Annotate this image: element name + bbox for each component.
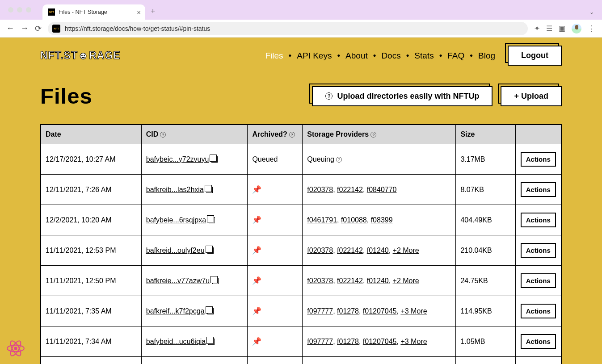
more-link[interactable]: +3 More bbox=[400, 338, 427, 345]
close-icon[interactable]: × bbox=[137, 8, 141, 16]
actions-button[interactable]: Actions bbox=[521, 273, 556, 288]
site-icon: NFT bbox=[52, 25, 60, 33]
extensions-icon[interactable]: ✦ bbox=[534, 24, 540, 33]
new-tab-button[interactable]: + bbox=[151, 7, 156, 16]
logo[interactable]: NFT.ST☻RAGE bbox=[40, 50, 121, 62]
cell-providers: f0461791, f010088, f08399 bbox=[303, 205, 456, 235]
copy-icon[interactable] bbox=[206, 187, 213, 193]
pin-icon: 📌 bbox=[252, 307, 261, 315]
copy-icon[interactable] bbox=[212, 278, 219, 284]
nav-api-keys[interactable]: API Keys bbox=[297, 51, 332, 61]
cell-providers: f020378, f022142, f0840770 bbox=[303, 175, 456, 205]
title-bar: Files ? Upload directories easily with N… bbox=[40, 84, 562, 109]
col-cid-label: CID bbox=[146, 130, 159, 138]
nftup-button[interactable]: ? Upload directories easily with NFTUp bbox=[312, 86, 493, 106]
pin-icon: 📌 bbox=[252, 216, 261, 224]
help-icon[interactable]: ? bbox=[160, 132, 166, 138]
actions-button[interactable]: Actions bbox=[521, 243, 556, 258]
actions-button[interactable]: Actions bbox=[521, 213, 556, 227]
provider-link[interactable]: f022142 bbox=[337, 186, 363, 193]
nav-blog[interactable]: Blog bbox=[478, 51, 495, 61]
actions-button[interactable]: Actions bbox=[521, 182, 556, 197]
copy-icon[interactable] bbox=[211, 156, 218, 163]
forward-button[interactable]: → bbox=[21, 24, 29, 33]
panel-icon[interactable]: ▣ bbox=[559, 24, 565, 33]
profile-avatar[interactable] bbox=[572, 24, 581, 33]
copy-icon[interactable] bbox=[208, 339, 215, 345]
cell-size: 404.49KB bbox=[456, 205, 515, 235]
provider-link[interactable]: f0840770 bbox=[367, 186, 397, 193]
help-icon[interactable]: ? bbox=[289, 132, 295, 138]
more-link[interactable]: +2 More bbox=[393, 277, 419, 285]
help-icon: ? bbox=[325, 92, 333, 100]
svg-point-3 bbox=[14, 347, 17, 350]
provider-link[interactable]: f020378 bbox=[307, 247, 333, 254]
traffic-light-close[interactable] bbox=[8, 7, 13, 13]
provider-link[interactable]: f01278 bbox=[337, 338, 359, 345]
viewport: NFT.ST☻RAGE Files•API Keys•About•Docs•St… bbox=[0, 38, 602, 364]
table-row: 12/11/2021, 7:26 AMbafkreib...las2hxia📌f… bbox=[41, 175, 561, 205]
provider-link[interactable]: f020378 bbox=[307, 277, 333, 285]
address-bar[interactable]: NFT https://nft.storage/docs/how-to/get-… bbox=[48, 22, 528, 35]
table-row: 11/11/2021, 7:35 AMbafkreif...k7f2pcga📌f… bbox=[41, 296, 561, 326]
cell-date: 11/11/2021, 7:35 AM bbox=[41, 296, 141, 326]
menu-icon[interactable]: ⋮ bbox=[588, 24, 596, 33]
page-title: Files bbox=[40, 84, 93, 109]
nav-files[interactable]: Files bbox=[265, 51, 283, 61]
nav-about[interactable]: About bbox=[345, 51, 368, 61]
page: NFT.ST☻RAGE Files•API Keys•About•Docs•St… bbox=[0, 38, 602, 364]
devtools-badge[interactable] bbox=[6, 339, 25, 358]
provider-link[interactable]: f0461791 bbox=[307, 216, 337, 224]
cid-link[interactable]: bafkreib...las2hxia bbox=[146, 186, 204, 193]
table-row: 11/11/2021, 12:53 PMbafkreid...oulyf2eu📌… bbox=[41, 235, 561, 266]
nav-faq[interactable]: FAQ bbox=[447, 51, 464, 61]
provider-link[interactable]: f01240 bbox=[367, 247, 389, 254]
nav-docs[interactable]: Docs bbox=[381, 51, 400, 61]
copy-icon[interactable] bbox=[207, 247, 214, 254]
traffic-light-max[interactable] bbox=[26, 7, 31, 13]
reading-list-icon[interactable]: ☰ bbox=[546, 24, 552, 33]
copy-icon[interactable] bbox=[207, 308, 214, 314]
chevron-down-icon[interactable]: ⌄ bbox=[589, 9, 594, 15]
cid-link[interactable]: bafkreid...oulyf2eu bbox=[146, 247, 205, 254]
cid-link[interactable]: bafybeic...y72zvuyu bbox=[146, 155, 209, 163]
more-link[interactable]: +3 More bbox=[400, 307, 427, 315]
provider-link[interactable]: f097777 bbox=[307, 307, 333, 315]
col-archived-label: Archived? bbox=[252, 130, 287, 138]
browser-tab[interactable]: NFT Files - NFT Storage × bbox=[42, 4, 145, 20]
cell-archived: 📌 bbox=[248, 266, 303, 296]
cid-link[interactable]: bafkreie...v77azw7u bbox=[146, 277, 210, 285]
upload-button[interactable]: + Upload bbox=[501, 86, 562, 106]
logout-button[interactable]: Logout bbox=[508, 46, 562, 66]
provider-link[interactable]: f097777 bbox=[307, 338, 333, 345]
provider-link[interactable]: f01240 bbox=[367, 277, 389, 285]
provider-link[interactable]: f01207045 bbox=[363, 338, 397, 345]
cell-actions: Actions bbox=[515, 266, 561, 296]
provider-link[interactable]: f01278 bbox=[337, 307, 359, 315]
reload-button[interactable]: ⟳ bbox=[35, 24, 42, 33]
provider-link[interactable]: f08399 bbox=[371, 216, 393, 224]
help-icon[interactable]: ? bbox=[336, 157, 342, 163]
cid-link[interactable]: bafybeid...ucu6iqia bbox=[146, 338, 206, 345]
actions-button[interactable]: Actions bbox=[521, 152, 556, 167]
provider-link[interactable]: f020378 bbox=[307, 186, 333, 193]
cid-link[interactable]: bafybeie...6rsqjpxa bbox=[146, 216, 206, 224]
col-size: Size bbox=[456, 125, 515, 144]
cell-size: 210.04KB bbox=[456, 235, 515, 266]
help-icon[interactable]: ? bbox=[370, 132, 376, 138]
provider-link[interactable]: f01207045 bbox=[363, 307, 397, 315]
actions-button[interactable]: Actions bbox=[521, 334, 556, 349]
cell-cid: bafybeic...y72zvuyu bbox=[141, 144, 248, 175]
traffic-light-min[interactable] bbox=[17, 7, 22, 13]
back-button[interactable]: ← bbox=[6, 24, 14, 33]
provider-link[interactable]: f010088 bbox=[341, 216, 367, 224]
copy-icon[interactable] bbox=[209, 217, 215, 223]
cell-actions: Actions bbox=[515, 235, 561, 266]
provider-link[interactable]: f022142 bbox=[337, 277, 363, 285]
cid-link[interactable]: bafkreif...k7f2pcga bbox=[146, 307, 205, 315]
actions-button[interactable]: Actions bbox=[521, 304, 556, 318]
provider-link[interactable]: f022142 bbox=[337, 247, 363, 254]
cell-size: 3.17MB bbox=[456, 144, 515, 175]
nav-stats[interactable]: Stats bbox=[414, 51, 434, 61]
more-link[interactable]: +2 More bbox=[393, 247, 419, 254]
